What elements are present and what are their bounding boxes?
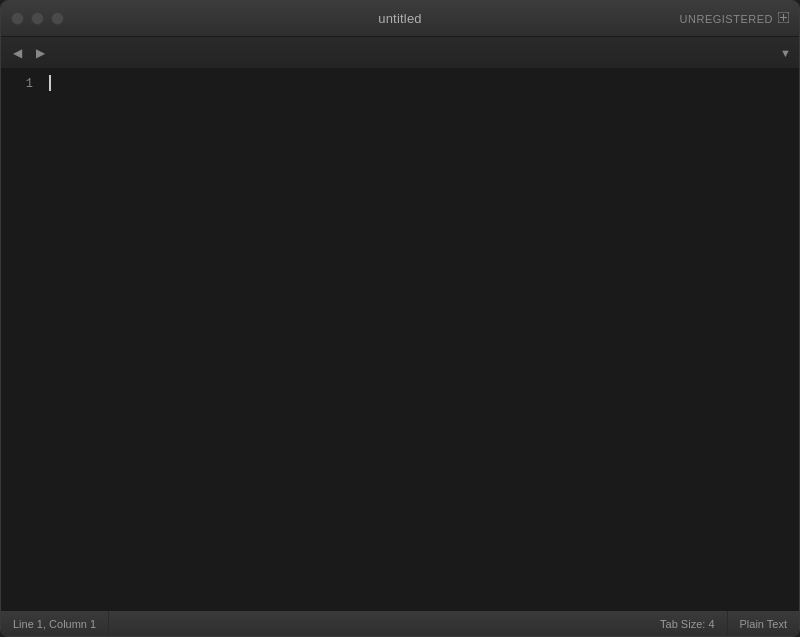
window-title: untitled xyxy=(378,11,422,26)
nav-back-button[interactable]: ◀ xyxy=(9,45,26,61)
cursor-line xyxy=(49,75,791,93)
tab-size-section[interactable]: Tab Size: 4 xyxy=(648,611,727,636)
cursor-position: Line 1, Column 1 xyxy=(13,618,96,630)
toolbar-dropdown-button[interactable]: ▼ xyxy=(780,47,791,59)
tab-size-label: Tab Size: 4 xyxy=(660,618,714,630)
nav-forward-button[interactable]: ▶ xyxy=(32,45,49,61)
unregistered-icon xyxy=(778,12,789,25)
text-cursor xyxy=(49,75,51,91)
window-controls xyxy=(11,12,64,25)
unregistered-badge: UNREGISTERED xyxy=(680,12,789,25)
maximize-button[interactable] xyxy=(51,12,64,25)
minimize-button[interactable] xyxy=(31,12,44,25)
language-section[interactable]: Plain Text xyxy=(728,611,800,636)
toolbar: ◀ ▶ ▼ xyxy=(1,37,799,69)
language-label: Plain Text xyxy=(740,618,788,630)
status-bar: Line 1, Column 1 Tab Size: 4 Plain Text xyxy=(1,610,799,636)
line-numbers: 1 xyxy=(1,69,41,610)
line-number-1: 1 xyxy=(1,75,41,93)
close-button[interactable] xyxy=(11,12,24,25)
app-window: untitled UNREGISTERED ◀ ▶ ▼ 1 xyxy=(0,0,800,637)
title-bar: untitled UNREGISTERED xyxy=(1,1,799,37)
unregistered-label: UNREGISTERED xyxy=(680,13,773,25)
editor-container: 1 xyxy=(1,69,799,610)
nav-buttons: ◀ ▶ xyxy=(9,45,49,61)
position-section[interactable]: Line 1, Column 1 xyxy=(1,611,109,636)
editor-content[interactable] xyxy=(41,69,799,610)
